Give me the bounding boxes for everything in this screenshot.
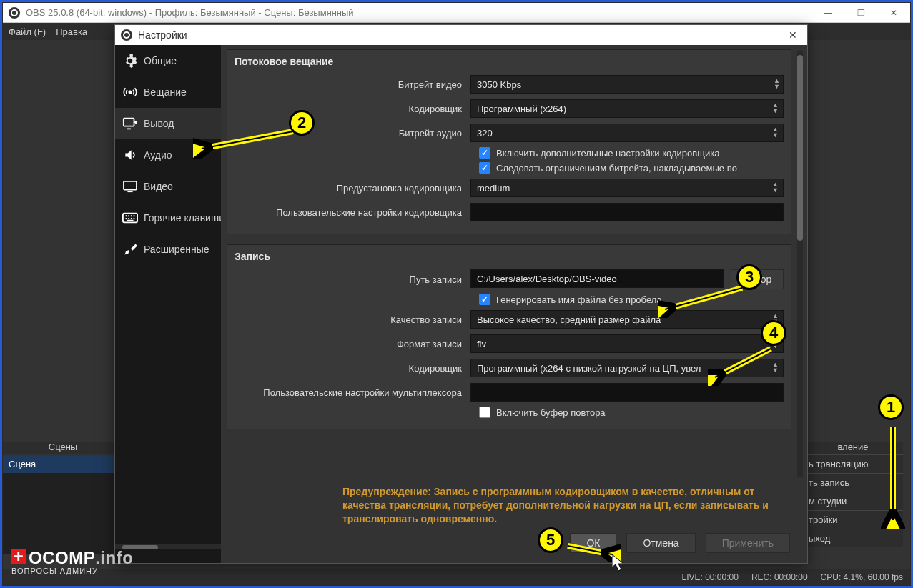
audio-icon (122, 147, 138, 163)
encoder-preset-label: Предустановка кодировщика (235, 183, 470, 194)
annotation-callout-1: 1 (878, 394, 904, 420)
obs-logo-icon (9, 7, 20, 19)
sidebar-item-advanced[interactable]: Расширенные (115, 234, 221, 265)
stream-encoder-select[interactable]: Программный (x264)▲▼ (470, 99, 784, 118)
replay-buffer-label: Включить буфер повтора (496, 407, 606, 418)
sidebar-label: Видео (144, 181, 173, 192)
annotation-arrow-3 (658, 282, 751, 318)
replay-buffer-checkbox[interactable] (479, 407, 490, 418)
content-scrollbar[interactable] (797, 51, 803, 477)
scene-item[interactable]: Сцена (3, 456, 123, 473)
bitrate-limit-checkbox-label: Следовать ограничениям битрейта, наклады… (496, 163, 737, 174)
annotation-callout-5: 5 (538, 527, 563, 553)
record-encoder-label: Кодировщик (235, 363, 470, 374)
warning-text: Предупреждение: Запись с программным код… (342, 485, 786, 526)
svg-rect-1 (124, 119, 134, 126)
custom-encoder-label: Пользовательские настройки кодировщика (235, 207, 470, 218)
obs-logo-icon (121, 29, 132, 41)
annotation-arrow-4 (708, 343, 779, 386)
dialog-titlebar: Настройки ✕ (115, 25, 807, 45)
main-window-title: OBS 25.0.8 (64-bit, windows) - Профиль: … (26, 7, 811, 18)
svg-line-13 (568, 546, 612, 554)
main-titlebar: OBS 25.0.8 (64-bit, windows) - Профиль: … (3, 3, 910, 23)
sidebar-label: Общие (144, 55, 177, 66)
status-live: LIVE: 00:00:00 (681, 572, 738, 582)
broadcast-icon (122, 84, 138, 100)
status-bar: LIVE: 00:00:00 REC: 00:00:00 CPU: 4.1%, … (3, 569, 910, 585)
apply-button[interactable]: Применить (706, 533, 790, 553)
svg-line-7 (665, 288, 742, 309)
recording-section: Запись Путь записи C:/Users/alex/Desktop… (227, 244, 791, 429)
svg-line-5 (202, 131, 293, 149)
svg-point-0 (129, 91, 131, 93)
encoder-preset-select[interactable]: medium▲▼ (470, 179, 784, 197)
cancel-button[interactable]: Отмена (626, 533, 695, 553)
svg-rect-2 (124, 181, 137, 190)
nospace-filename-label: Генерировать имя файла без пробела (496, 294, 662, 305)
record-path-label: Путь записи (235, 274, 470, 285)
menu-edit[interactable]: Правка (56, 26, 87, 37)
minimize-button[interactable]: — (811, 3, 844, 23)
sidebar-item-stream[interactable]: Вещание (115, 76, 221, 108)
mux-settings-label: Пользовательские настройки мультиплексор… (235, 387, 470, 398)
exit-button[interactable]: ыход (803, 529, 903, 547)
status-cpu: CPU: 4.1%, 60.00 fps (821, 572, 903, 582)
annotation-callout-2: 2 (289, 110, 315, 136)
status-rec: REC: 00:00:00 (751, 572, 808, 582)
recording-heading: Запись (235, 251, 784, 262)
output-icon (122, 116, 138, 131)
sidebar-label: Горячие клавиши (144, 212, 221, 224)
watermark: +OCOMP.info ВОПРОСЫ АДМИНУ (11, 548, 133, 575)
advanced-encoder-checkbox[interactable]: ✓ (479, 147, 490, 159)
advanced-icon (122, 241, 138, 257)
maximize-button[interactable]: ❐ (844, 3, 877, 23)
sidebar-label: Вещание (144, 86, 187, 98)
annotation-callout-4: 4 (761, 320, 786, 346)
video-icon (122, 179, 138, 194)
annotation-arrow-2 (193, 123, 300, 159)
video-bitrate-label: Битрейт видео (235, 79, 470, 90)
streaming-heading: Потоковое вещание (235, 56, 784, 67)
stream-encoder-label: Кодировщик (235, 104, 470, 114)
dialog-close-button[interactable]: ✕ (779, 29, 807, 41)
close-button[interactable]: ✕ (877, 3, 910, 23)
audio-bitrate-select[interactable]: 320▲▼ (470, 124, 784, 142)
record-quality-label: Качество записи (235, 314, 470, 325)
annotation-callout-3: 3 (736, 264, 762, 290)
sidebar-item-general[interactable]: Общие (115, 45, 221, 76)
streaming-section: Потоковое вещание Битрейт видео 3050 Kbp… (227, 49, 791, 234)
sidebar-label: Вывод (144, 118, 174, 129)
hotkeys-icon (122, 210, 138, 226)
annotation-arrow-1 (881, 422, 905, 529)
sidebar-item-video[interactable]: Видео (115, 171, 221, 202)
scenes-panel-header: Сцены (3, 442, 123, 454)
sidebar-label: Расширенные (144, 244, 209, 255)
dialog-title: Настройки (138, 29, 779, 41)
record-format-label: Формат записи (235, 339, 470, 349)
video-bitrate-input[interactable]: 3050 Kbps▲▼ (470, 75, 784, 94)
sidebar-label: Аудио (144, 149, 172, 161)
custom-encoder-input[interactable] (470, 203, 784, 221)
nospace-filename-checkbox[interactable]: ✓ (479, 294, 490, 305)
plus-icon: + (11, 549, 26, 564)
mouse-cursor-icon (612, 554, 626, 573)
bitrate-limit-checkbox[interactable]: ✓ (479, 162, 490, 174)
gear-icon (122, 53, 138, 69)
sidebar-item-hotkeys[interactable]: Горячие клавиши (115, 202, 221, 234)
advanced-encoder-checkbox-label: Включить дополнительные настройки кодиро… (496, 148, 719, 159)
svg-line-9 (715, 349, 771, 377)
menu-file[interactable]: Файл (F) (9, 26, 46, 37)
